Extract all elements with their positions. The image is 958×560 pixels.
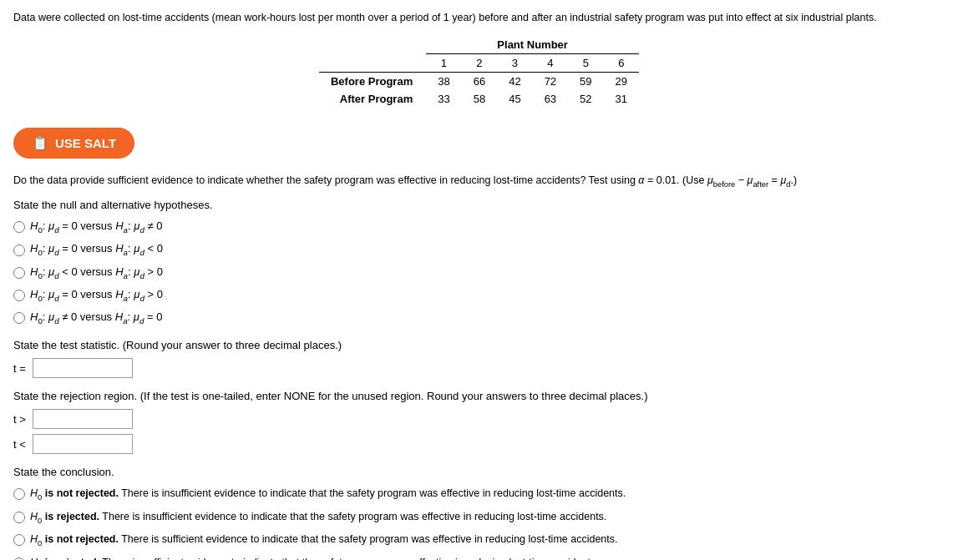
conclusion-radio-3[interactable]	[13, 534, 25, 546]
test-statistic-section: State the test statistic. (Round your an…	[13, 339, 945, 378]
conclusion-option-1[interactable]: H0 is not rejected. There is insufficien…	[13, 485, 945, 504]
conclusion-group: H0 is not rejected. There is insufficien…	[13, 485, 945, 560]
after-label: After Program	[319, 90, 426, 108]
hypothesis-option-4[interactable]: H0: μd = 0 versus Ha: μd > 0	[13, 286, 945, 305]
conclusion-label-3: H0 is not rejected. There is sufficient …	[30, 531, 618, 550]
hypothesis-option-5[interactable]: H0: μd ≠ 0 versus Ha: μd = 0	[13, 309, 945, 327]
hypothesis-label-5: H0: μd ≠ 0 versus Ha: μd = 0	[30, 309, 162, 327]
before-label: Before Program	[319, 72, 426, 90]
before-val-3: 42	[497, 72, 532, 90]
intro-text: Data were collected on lost-time acciden…	[13, 10, 945, 26]
after-val-2: 58	[462, 90, 497, 108]
before-val-6: 29	[604, 72, 639, 90]
t-equals-label: t =	[13, 362, 26, 375]
test-statistic-row: t =	[13, 358, 945, 378]
hypothesis-label-2: H0: μd = 0 versus Ha: μd < 0	[30, 240, 163, 259]
t-less-row: t <	[13, 434, 945, 454]
before-val-2: 66	[462, 72, 497, 90]
t-greater-label: t >	[13, 413, 26, 426]
conclusion-label-1: H0 is not rejected. There is insufficien…	[30, 485, 626, 504]
test-statistic-label: State the test statistic. (Round your an…	[13, 339, 945, 351]
conclusion-label-4: H0 is rejected. There is sufficient evid…	[30, 554, 599, 560]
salt-icon: 📋	[32, 135, 48, 151]
conclusion-radio-1[interactable]	[13, 488, 25, 500]
before-val-1: 38	[426, 72, 461, 90]
hypothesis-label-4: H0: μd = 0 versus Ha: μd > 0	[30, 286, 163, 305]
hypotheses-group: H0: μd = 0 versus Ha: μd ≠ 0 H0: μd = 0 …	[13, 218, 945, 327]
after-val-3: 45	[497, 90, 532, 108]
conclusion-option-4[interactable]: H0 is rejected. There is sufficient evid…	[13, 554, 945, 560]
t-less-input[interactable]	[33, 434, 133, 454]
t-greater-row: t >	[13, 409, 945, 429]
conclusion-section: State the conclusion. H0 is not rejected…	[13, 466, 945, 560]
test-statistic-input[interactable]	[33, 358, 133, 378]
conclusion-label-2: H0 is rejected. There is insufficient ev…	[30, 508, 606, 527]
hypothesis-label-1: H0: μd = 0 versus Ha: μd ≠ 0	[30, 218, 162, 236]
conclusion-radio-2[interactable]	[13, 512, 25, 523]
before-val-5: 59	[568, 72, 603, 90]
plant-number-header: Plant Number	[426, 36, 639, 54]
col-header-3: 3	[497, 53, 532, 72]
salt-button-label: USE SALT	[55, 136, 116, 150]
after-val-1: 33	[426, 90, 461, 108]
question-text: Do the data provide sufficient evidence …	[13, 172, 945, 191]
t-greater-input[interactable]	[33, 409, 133, 429]
hypothesis-radio-3[interactable]	[13, 267, 25, 279]
hypothesis-option-3[interactable]: H0: μd < 0 versus Ha: μd > 0	[13, 264, 945, 282]
rejection-region-section: State the rejection region. (If the test…	[13, 390, 945, 454]
after-val-5: 52	[568, 90, 603, 108]
hypothesis-option-1[interactable]: H0: μd = 0 versus Ha: μd ≠ 0	[13, 218, 945, 236]
hypothesis-label-3: H0: μd < 0 versus Ha: μd > 0	[30, 264, 163, 282]
hypothesis-radio-1[interactable]	[13, 221, 25, 233]
col-header-1: 1	[426, 53, 461, 72]
col-header-6: 6	[604, 53, 639, 72]
col-header-4: 4	[533, 53, 568, 72]
col-header-5: 5	[568, 53, 603, 72]
t-less-label: t <	[13, 438, 26, 451]
rejection-region-label: State the rejection region. (If the test…	[13, 390, 945, 402]
hypotheses-label: State the null and alternative hypothese…	[13, 199, 945, 211]
conclusion-option-3[interactable]: H0 is not rejected. There is sufficient …	[13, 531, 945, 550]
conclusion-label: State the conclusion.	[13, 466, 945, 478]
before-program-row: Before Program 38 66 42 72 59 29	[319, 72, 639, 90]
conclusion-option-2[interactable]: H0 is rejected. There is insufficient ev…	[13, 508, 945, 527]
hypothesis-radio-5[interactable]	[13, 312, 25, 324]
data-table-section: Plant Number 1 2 3 4 5 6 Before Program …	[13, 36, 945, 108]
hypothesis-option-2[interactable]: H0: μd = 0 versus Ha: μd < 0	[13, 240, 945, 259]
after-val-4: 63	[533, 90, 568, 108]
hypothesis-radio-4[interactable]	[13, 290, 25, 301]
after-val-6: 31	[604, 90, 639, 108]
col-header-2: 2	[462, 53, 497, 72]
plant-data-table: Plant Number 1 2 3 4 5 6 Before Program …	[319, 36, 639, 108]
after-program-row: After Program 33 58 45 63 52 31	[319, 90, 639, 108]
use-salt-button[interactable]: 📋 USE SALT	[13, 128, 134, 159]
hypothesis-radio-2[interactable]	[13, 245, 25, 256]
before-val-4: 72	[533, 72, 568, 90]
